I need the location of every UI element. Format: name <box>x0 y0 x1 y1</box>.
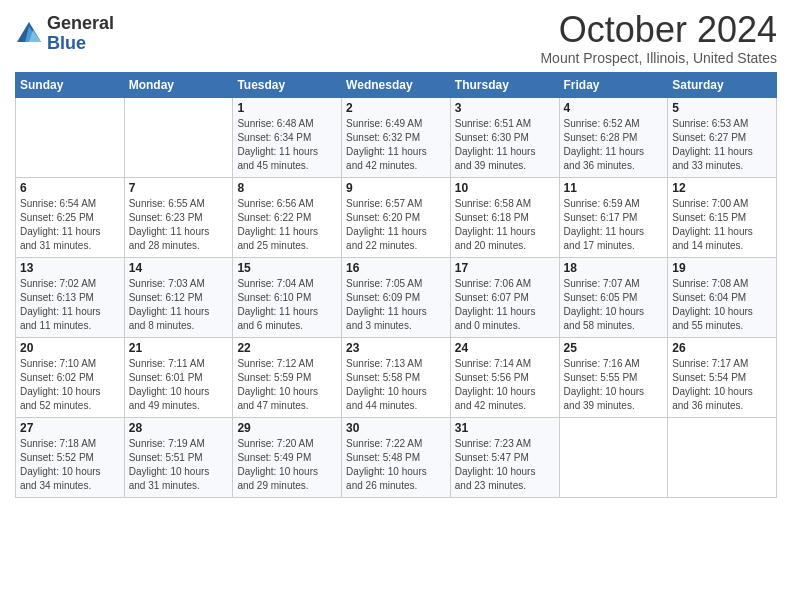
day-cell <box>668 417 777 497</box>
day-info: Sunrise: 7:20 AM Sunset: 5:49 PM Dayligh… <box>237 437 337 493</box>
day-info: Sunrise: 7:02 AM Sunset: 6:13 PM Dayligh… <box>20 277 120 333</box>
day-info: Sunrise: 7:11 AM Sunset: 6:01 PM Dayligh… <box>129 357 229 413</box>
day-cell: 31Sunrise: 7:23 AM Sunset: 5:47 PM Dayli… <box>450 417 559 497</box>
day-number: 17 <box>455 261 555 275</box>
day-number: 12 <box>672 181 772 195</box>
day-number: 4 <box>564 101 664 115</box>
day-cell: 4Sunrise: 6:52 AM Sunset: 6:28 PM Daylig… <box>559 97 668 177</box>
header: General Blue October 2024 Mount Prospect… <box>15 10 777 66</box>
day-cell: 18Sunrise: 7:07 AM Sunset: 6:05 PM Dayli… <box>559 257 668 337</box>
header-day-thursday: Thursday <box>450 72 559 97</box>
title-block: October 2024 Mount Prospect, Illinois, U… <box>540 10 777 66</box>
header-day-saturday: Saturday <box>668 72 777 97</box>
day-cell: 23Sunrise: 7:13 AM Sunset: 5:58 PM Dayli… <box>342 337 451 417</box>
day-info: Sunrise: 7:03 AM Sunset: 6:12 PM Dayligh… <box>129 277 229 333</box>
week-row-0: 1Sunrise: 6:48 AM Sunset: 6:34 PM Daylig… <box>16 97 777 177</box>
day-cell: 13Sunrise: 7:02 AM Sunset: 6:13 PM Dayli… <box>16 257 125 337</box>
logo-general: General <box>47 14 114 34</box>
day-number: 20 <box>20 341 120 355</box>
day-number: 21 <box>129 341 229 355</box>
subtitle: Mount Prospect, Illinois, United States <box>540 50 777 66</box>
day-info: Sunrise: 7:04 AM Sunset: 6:10 PM Dayligh… <box>237 277 337 333</box>
day-info: Sunrise: 6:53 AM Sunset: 6:27 PM Dayligh… <box>672 117 772 173</box>
day-number: 1 <box>237 101 337 115</box>
week-row-3: 20Sunrise: 7:10 AM Sunset: 6:02 PM Dayli… <box>16 337 777 417</box>
day-cell: 1Sunrise: 6:48 AM Sunset: 6:34 PM Daylig… <box>233 97 342 177</box>
day-cell: 16Sunrise: 7:05 AM Sunset: 6:09 PM Dayli… <box>342 257 451 337</box>
day-cell: 20Sunrise: 7:10 AM Sunset: 6:02 PM Dayli… <box>16 337 125 417</box>
day-info: Sunrise: 7:19 AM Sunset: 5:51 PM Dayligh… <box>129 437 229 493</box>
day-info: Sunrise: 6:52 AM Sunset: 6:28 PM Dayligh… <box>564 117 664 173</box>
page: General Blue October 2024 Mount Prospect… <box>0 0 792 612</box>
day-cell: 6Sunrise: 6:54 AM Sunset: 6:25 PM Daylig… <box>16 177 125 257</box>
day-number: 23 <box>346 341 446 355</box>
day-cell: 7Sunrise: 6:55 AM Sunset: 6:23 PM Daylig… <box>124 177 233 257</box>
day-number: 22 <box>237 341 337 355</box>
day-number: 26 <box>672 341 772 355</box>
header-day-wednesday: Wednesday <box>342 72 451 97</box>
day-cell: 25Sunrise: 7:16 AM Sunset: 5:55 PM Dayli… <box>559 337 668 417</box>
day-number: 29 <box>237 421 337 435</box>
day-number: 5 <box>672 101 772 115</box>
header-day-monday: Monday <box>124 72 233 97</box>
day-number: 10 <box>455 181 555 195</box>
day-info: Sunrise: 7:17 AM Sunset: 5:54 PM Dayligh… <box>672 357 772 413</box>
day-cell: 27Sunrise: 7:18 AM Sunset: 5:52 PM Dayli… <box>16 417 125 497</box>
day-number: 25 <box>564 341 664 355</box>
logo: General Blue <box>15 14 114 54</box>
day-info: Sunrise: 7:18 AM Sunset: 5:52 PM Dayligh… <box>20 437 120 493</box>
logo-blue: Blue <box>47 34 114 54</box>
day-cell: 21Sunrise: 7:11 AM Sunset: 6:01 PM Dayli… <box>124 337 233 417</box>
day-info: Sunrise: 7:13 AM Sunset: 5:58 PM Dayligh… <box>346 357 446 413</box>
day-cell: 12Sunrise: 7:00 AM Sunset: 6:15 PM Dayli… <box>668 177 777 257</box>
day-cell: 19Sunrise: 7:08 AM Sunset: 6:04 PM Dayli… <box>668 257 777 337</box>
day-cell: 24Sunrise: 7:14 AM Sunset: 5:56 PM Dayli… <box>450 337 559 417</box>
day-info: Sunrise: 7:08 AM Sunset: 6:04 PM Dayligh… <box>672 277 772 333</box>
day-info: Sunrise: 6:49 AM Sunset: 6:32 PM Dayligh… <box>346 117 446 173</box>
day-cell: 30Sunrise: 7:22 AM Sunset: 5:48 PM Dayli… <box>342 417 451 497</box>
day-number: 24 <box>455 341 555 355</box>
day-number: 19 <box>672 261 772 275</box>
day-number: 6 <box>20 181 120 195</box>
week-row-2: 13Sunrise: 7:02 AM Sunset: 6:13 PM Dayli… <box>16 257 777 337</box>
day-info: Sunrise: 6:59 AM Sunset: 6:17 PM Dayligh… <box>564 197 664 253</box>
day-number: 16 <box>346 261 446 275</box>
day-number: 2 <box>346 101 446 115</box>
day-info: Sunrise: 6:54 AM Sunset: 6:25 PM Dayligh… <box>20 197 120 253</box>
day-number: 13 <box>20 261 120 275</box>
day-cell: 15Sunrise: 7:04 AM Sunset: 6:10 PM Dayli… <box>233 257 342 337</box>
day-info: Sunrise: 7:16 AM Sunset: 5:55 PM Dayligh… <box>564 357 664 413</box>
logo-icon <box>15 20 43 48</box>
day-number: 8 <box>237 181 337 195</box>
week-row-4: 27Sunrise: 7:18 AM Sunset: 5:52 PM Dayli… <box>16 417 777 497</box>
day-info: Sunrise: 6:48 AM Sunset: 6:34 PM Dayligh… <box>237 117 337 173</box>
day-number: 11 <box>564 181 664 195</box>
week-row-1: 6Sunrise: 6:54 AM Sunset: 6:25 PM Daylig… <box>16 177 777 257</box>
day-info: Sunrise: 6:51 AM Sunset: 6:30 PM Dayligh… <box>455 117 555 173</box>
day-info: Sunrise: 7:00 AM Sunset: 6:15 PM Dayligh… <box>672 197 772 253</box>
day-cell: 29Sunrise: 7:20 AM Sunset: 5:49 PM Dayli… <box>233 417 342 497</box>
day-info: Sunrise: 6:57 AM Sunset: 6:20 PM Dayligh… <box>346 197 446 253</box>
day-cell <box>559 417 668 497</box>
calendar-table: SundayMondayTuesdayWednesdayThursdayFrid… <box>15 72 777 498</box>
day-info: Sunrise: 7:14 AM Sunset: 5:56 PM Dayligh… <box>455 357 555 413</box>
header-day-sunday: Sunday <box>16 72 125 97</box>
header-row: SundayMondayTuesdayWednesdayThursdayFrid… <box>16 72 777 97</box>
day-info: Sunrise: 7:10 AM Sunset: 6:02 PM Dayligh… <box>20 357 120 413</box>
day-info: Sunrise: 7:23 AM Sunset: 5:47 PM Dayligh… <box>455 437 555 493</box>
day-number: 15 <box>237 261 337 275</box>
header-day-friday: Friday <box>559 72 668 97</box>
day-number: 3 <box>455 101 555 115</box>
day-cell: 26Sunrise: 7:17 AM Sunset: 5:54 PM Dayli… <box>668 337 777 417</box>
day-number: 28 <box>129 421 229 435</box>
day-info: Sunrise: 6:55 AM Sunset: 6:23 PM Dayligh… <box>129 197 229 253</box>
day-cell: 2Sunrise: 6:49 AM Sunset: 6:32 PM Daylig… <box>342 97 451 177</box>
day-cell: 17Sunrise: 7:06 AM Sunset: 6:07 PM Dayli… <box>450 257 559 337</box>
day-number: 14 <box>129 261 229 275</box>
day-cell: 14Sunrise: 7:03 AM Sunset: 6:12 PM Dayli… <box>124 257 233 337</box>
day-cell: 5Sunrise: 6:53 AM Sunset: 6:27 PM Daylig… <box>668 97 777 177</box>
day-cell <box>124 97 233 177</box>
day-number: 30 <box>346 421 446 435</box>
day-cell: 10Sunrise: 6:58 AM Sunset: 6:18 PM Dayli… <box>450 177 559 257</box>
day-info: Sunrise: 7:07 AM Sunset: 6:05 PM Dayligh… <box>564 277 664 333</box>
